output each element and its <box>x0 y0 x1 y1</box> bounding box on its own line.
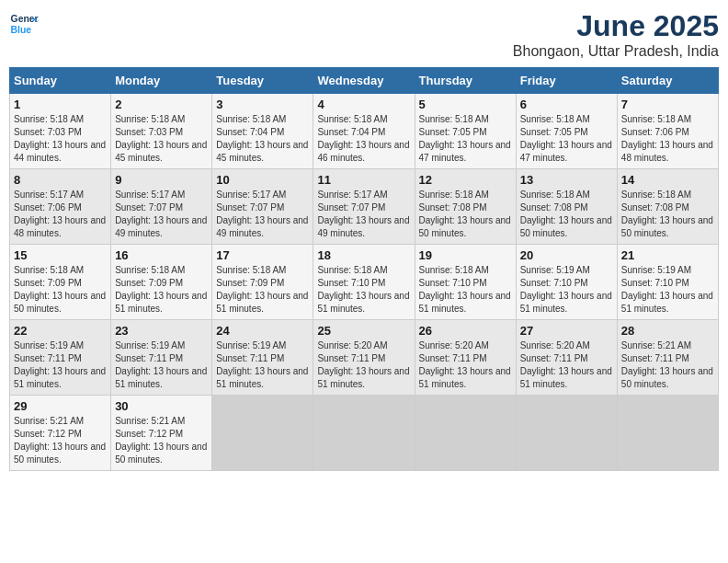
day-number: 17 <box>216 248 309 262</box>
calendar-cell: 6 Sunrise: 5:18 AMSunset: 7:05 PMDayligh… <box>516 94 617 169</box>
day-info: Sunrise: 5:18 AMSunset: 7:03 PMDaylight:… <box>14 114 106 163</box>
day-info: Sunrise: 5:19 AMSunset: 7:10 PMDaylight:… <box>520 265 612 314</box>
calendar-week-1: 1 Sunrise: 5:18 AMSunset: 7:03 PMDayligh… <box>10 94 719 169</box>
day-number: 4 <box>317 98 410 111</box>
calendar-cell: 20 Sunrise: 5:19 AMSunset: 7:10 PMDaylig… <box>516 245 617 320</box>
calendar-cell: 14 Sunrise: 5:18 AMSunset: 7:08 PMDaylig… <box>617 169 718 245</box>
calendar-subtitle: Bhongaon, Uttar Pradesh, India <box>513 43 719 60</box>
day-info: Sunrise: 5:18 AMSunset: 7:08 PMDaylight:… <box>520 190 612 238</box>
day-number: 19 <box>419 248 512 262</box>
day-number: 9 <box>115 173 208 187</box>
calendar-cell: 22 Sunrise: 5:19 AMSunset: 7:11 PMDaylig… <box>10 320 111 396</box>
header-wednesday: Wednesday <box>313 68 415 94</box>
calendar-cell <box>516 396 617 471</box>
day-number: 7 <box>621 98 714 111</box>
calendar-cell <box>212 396 313 471</box>
calendar-cell: 9 Sunrise: 5:17 AMSunset: 7:07 PMDayligh… <box>111 169 212 245</box>
day-number: 23 <box>115 324 208 338</box>
day-number: 26 <box>419 324 512 338</box>
logo-icon: General Blue <box>9 9 39 39</box>
day-info: Sunrise: 5:20 AMSunset: 7:11 PMDaylight:… <box>520 340 612 389</box>
calendar-week-2: 8 Sunrise: 5:17 AMSunset: 7:06 PMDayligh… <box>10 169 719 245</box>
day-info: Sunrise: 5:17 AMSunset: 7:06 PMDaylight:… <box>14 190 106 238</box>
day-info: Sunrise: 5:17 AMSunset: 7:07 PMDaylight:… <box>216 190 308 238</box>
day-number: 18 <box>317 248 410 262</box>
day-number: 6 <box>520 98 613 111</box>
day-number: 3 <box>216 98 309 111</box>
day-info: Sunrise: 5:21 AMSunset: 7:12 PMDaylight:… <box>115 416 207 465</box>
calendar-cell: 29 Sunrise: 5:21 AMSunset: 7:12 PMDaylig… <box>10 396 111 471</box>
calendar-cell: 18 Sunrise: 5:18 AMSunset: 7:10 PMDaylig… <box>313 245 415 320</box>
calendar-cell: 15 Sunrise: 5:18 AMSunset: 7:09 PMDaylig… <box>10 245 111 320</box>
calendar-table: Sunday Monday Tuesday Wednesday Thursday… <box>9 67 719 471</box>
calendar-cell: 4 Sunrise: 5:18 AMSunset: 7:04 PMDayligh… <box>313 94 415 169</box>
day-number: 28 <box>621 324 714 338</box>
calendar-cell: 3 Sunrise: 5:18 AMSunset: 7:04 PMDayligh… <box>212 94 313 169</box>
calendar-week-5: 29 Sunrise: 5:21 AMSunset: 7:12 PMDaylig… <box>10 396 719 471</box>
day-info: Sunrise: 5:18 AMSunset: 7:08 PMDaylight:… <box>419 190 511 238</box>
svg-text:Blue: Blue <box>11 25 32 35</box>
day-number: 16 <box>115 248 208 262</box>
day-info: Sunrise: 5:18 AMSunset: 7:05 PMDaylight:… <box>419 114 511 163</box>
calendar-cell: 24 Sunrise: 5:19 AMSunset: 7:11 PMDaylig… <box>212 320 313 396</box>
calendar-cell: 5 Sunrise: 5:18 AMSunset: 7:05 PMDayligh… <box>415 94 516 169</box>
calendar-cell: 25 Sunrise: 5:20 AMSunset: 7:11 PMDaylig… <box>313 320 415 396</box>
header-sunday: Sunday <box>10 68 111 94</box>
calendar-cell: 27 Sunrise: 5:20 AMSunset: 7:11 PMDaylig… <box>516 320 617 396</box>
day-number: 20 <box>520 248 613 262</box>
day-info: Sunrise: 5:18 AMSunset: 7:09 PMDaylight:… <box>115 265 207 314</box>
calendar-cell: 7 Sunrise: 5:18 AMSunset: 7:06 PMDayligh… <box>617 94 718 169</box>
day-number: 2 <box>115 98 208 111</box>
day-number: 8 <box>14 173 107 187</box>
calendar-cell: 21 Sunrise: 5:19 AMSunset: 7:10 PMDaylig… <box>617 245 718 320</box>
header-friday: Friday <box>516 68 617 94</box>
day-info: Sunrise: 5:18 AMSunset: 7:05 PMDaylight:… <box>520 114 612 163</box>
day-number: 27 <box>520 324 613 338</box>
calendar-week-3: 15 Sunrise: 5:18 AMSunset: 7:09 PMDaylig… <box>10 245 719 320</box>
day-info: Sunrise: 5:17 AMSunset: 7:07 PMDaylight:… <box>115 190 207 238</box>
calendar-week-4: 22 Sunrise: 5:19 AMSunset: 7:11 PMDaylig… <box>10 320 719 396</box>
day-number: 10 <box>216 173 309 187</box>
header-row: Sunday Monday Tuesday Wednesday Thursday… <box>10 68 719 94</box>
calendar-cell: 19 Sunrise: 5:18 AMSunset: 7:10 PMDaylig… <box>415 245 516 320</box>
calendar-cell: 17 Sunrise: 5:18 AMSunset: 7:09 PMDaylig… <box>212 245 313 320</box>
day-info: Sunrise: 5:21 AMSunset: 7:11 PMDaylight:… <box>621 340 713 389</box>
header-monday: Monday <box>111 68 212 94</box>
day-info: Sunrise: 5:18 AMSunset: 7:10 PMDaylight:… <box>317 265 409 314</box>
day-info: Sunrise: 5:20 AMSunset: 7:11 PMDaylight:… <box>317 340 409 389</box>
day-info: Sunrise: 5:19 AMSunset: 7:11 PMDaylight:… <box>14 340 106 389</box>
day-info: Sunrise: 5:18 AMSunset: 7:09 PMDaylight:… <box>216 265 308 314</box>
day-info: Sunrise: 5:18 AMSunset: 7:03 PMDaylight:… <box>115 114 207 163</box>
page-header: General Blue June 2025 Bhongaon, Uttar P… <box>9 9 719 60</box>
day-info: Sunrise: 5:19 AMSunset: 7:11 PMDaylight:… <box>216 340 308 389</box>
calendar-cell: 1 Sunrise: 5:18 AMSunset: 7:03 PMDayligh… <box>10 94 111 169</box>
calendar-cell <box>313 396 415 471</box>
day-info: Sunrise: 5:18 AMSunset: 7:04 PMDaylight:… <box>317 114 409 163</box>
day-number: 13 <box>520 173 613 187</box>
calendar-cell: 13 Sunrise: 5:18 AMSunset: 7:08 PMDaylig… <box>516 169 617 245</box>
day-info: Sunrise: 5:18 AMSunset: 7:10 PMDaylight:… <box>419 265 511 314</box>
day-info: Sunrise: 5:18 AMSunset: 7:06 PMDaylight:… <box>621 114 713 163</box>
day-number: 1 <box>14 98 107 111</box>
header-thursday: Thursday <box>415 68 516 94</box>
calendar-cell: 16 Sunrise: 5:18 AMSunset: 7:09 PMDaylig… <box>111 245 212 320</box>
calendar-cell: 11 Sunrise: 5:17 AMSunset: 7:07 PMDaylig… <box>313 169 415 245</box>
calendar-cell: 28 Sunrise: 5:21 AMSunset: 7:11 PMDaylig… <box>617 320 718 396</box>
day-number: 29 <box>14 399 107 413</box>
day-info: Sunrise: 5:19 AMSunset: 7:11 PMDaylight:… <box>115 340 207 389</box>
calendar-cell: 12 Sunrise: 5:18 AMSunset: 7:08 PMDaylig… <box>415 169 516 245</box>
calendar-cell: 2 Sunrise: 5:18 AMSunset: 7:03 PMDayligh… <box>111 94 212 169</box>
calendar-cell: 23 Sunrise: 5:19 AMSunset: 7:11 PMDaylig… <box>111 320 212 396</box>
day-number: 12 <box>419 173 512 187</box>
calendar-cell: 10 Sunrise: 5:17 AMSunset: 7:07 PMDaylig… <box>212 169 313 245</box>
calendar-title: June 2025 <box>513 9 719 43</box>
day-number: 22 <box>14 324 107 338</box>
day-number: 25 <box>317 324 410 338</box>
day-info: Sunrise: 5:19 AMSunset: 7:10 PMDaylight:… <box>621 265 713 314</box>
calendar-cell: 26 Sunrise: 5:20 AMSunset: 7:11 PMDaylig… <box>415 320 516 396</box>
day-number: 15 <box>14 248 107 262</box>
calendar-cell <box>617 396 718 471</box>
logo: General Blue <box>9 9 39 39</box>
title-section: June 2025 Bhongaon, Uttar Pradesh, India <box>513 9 719 60</box>
header-saturday: Saturday <box>617 68 718 94</box>
